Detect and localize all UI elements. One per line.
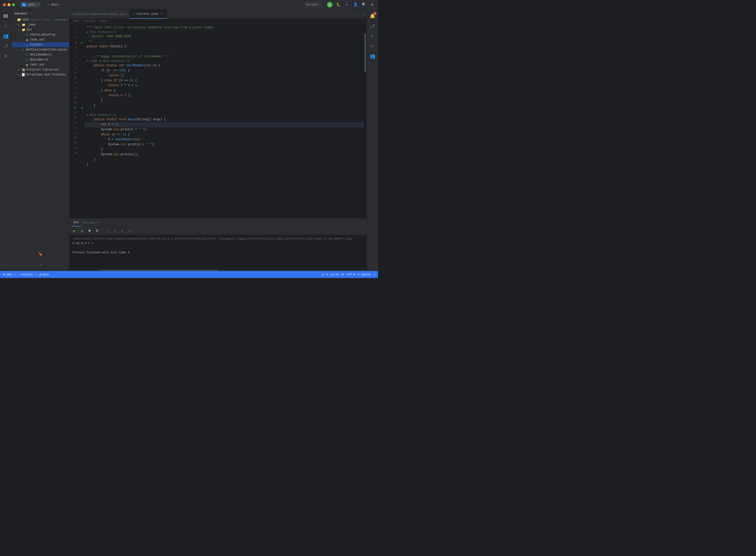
- right-collab-icon[interactable]: 👥: [368, 51, 377, 61]
- status-line-ending[interactable]: LF: [341, 273, 344, 276]
- editor-scrollbar[interactable]: [364, 23, 367, 218]
- code-text: (String[] args) {: [135, 117, 166, 122]
- tree-item-lab1[interactable]: ▾ 📁 lab1 sources root, ~/Desktop/CS61B/l…: [11, 17, 69, 22]
- terminal-down-button[interactable]: ↓: [112, 228, 118, 234]
- terminal-stop-button[interactable]: ■: [87, 228, 93, 234]
- breadcrumb-item[interactable]: main: [100, 20, 106, 23]
- run-config-chevron-icon: ▾: [320, 3, 322, 6]
- right-git-icon[interactable]: ⎇: [368, 22, 377, 31]
- status-encoding[interactable]: UTF-8: [347, 273, 355, 276]
- tree-item-out[interactable]: ▾ 📁 out: [11, 27, 69, 32]
- tree-item-hellonumbers[interactable]: ⬡ HelloNumbers: [11, 52, 69, 57]
- more-run-options[interactable]: ⋯: [344, 2, 349, 7]
- tree-item-code-iml[interactable]: ▣ Code.iml: [11, 37, 69, 42]
- terminal-rerun-button[interactable]: ↺: [79, 228, 85, 234]
- terminal-more-icon[interactable]: ⋮: [358, 221, 361, 224]
- status-share-icon[interactable]: ⬆: [373, 273, 375, 276]
- gutter-run-4[interactable]: ▶: [79, 40, 84, 45]
- settings-button[interactable]: ⚙: [370, 2, 375, 7]
- code-text: 1: [135, 83, 137, 88]
- tree-item-collatz[interactable]: ⬡ Collatz: [11, 42, 69, 47]
- iml-file-icon: ▣: [25, 38, 29, 42]
- tab-collatz[interactable]: ⬡ Collatz.java ×: [130, 9, 167, 19]
- terminal-sidebar-icon[interactable]: ▭: [36, 260, 45, 269]
- code-text: }: [87, 162, 88, 167]
- debug-button[interactable]: 🐛: [336, 2, 341, 7]
- close-button[interactable]: [3, 3, 6, 6]
- minimize-button[interactable]: [7, 3, 10, 6]
- gutter-line-18: [79, 110, 84, 115]
- right-ai-icon[interactable]: ✦: [368, 32, 377, 40]
- code-text: 2: [128, 93, 130, 98]
- branch-chevron-icon: ▾: [60, 3, 62, 6]
- status-project[interactable]: ⚑ lab1: [3, 273, 12, 276]
- breadcrumb-item[interactable]: Collatz: [84, 20, 95, 23]
- terminal-tab-run[interactable]: Run: [71, 219, 81, 227]
- sidebar-item-collab[interactable]: 👥: [1, 32, 10, 40]
- project-selector[interactable]: L lab1 ▾: [20, 2, 40, 7]
- status-kotlin-icon[interactable]: K: [326, 273, 328, 276]
- tree-item-scratches[interactable]: ▶ 📝 Scratches and Consoles: [11, 72, 69, 77]
- gutter-line-5: [79, 45, 84, 50]
- tab-close-button[interactable]: ×: [160, 12, 164, 16]
- terminal-scrollbar[interactable]: [69, 270, 367, 271]
- tab-getenvironmentvariables[interactable]: ⬡ GetEnvironmentVariables.java: [69, 9, 130, 19]
- tree-item-getenvironmentvariables[interactable]: ⬡ GetEnvironmentVariables: [11, 47, 69, 52]
- terminal-tab-close-icon[interactable]: ×: [97, 221, 99, 224]
- account-button[interactable]: 👤: [352, 2, 358, 7]
- sidebar-item-project[interactable]: [1, 11, 10, 21]
- line-num-4: 4: [69, 40, 79, 45]
- terminal-tab-collatz[interactable]: Collatz ×: [81, 219, 101, 227]
- line-num-22: 22: [69, 130, 79, 135]
- sidebar-item-merge[interactable]: ⎇: [1, 41, 10, 50]
- status-line-col[interactable]: 18:19: [330, 273, 339, 276]
- terminal-scroll-end-button[interactable]: ⤓: [119, 228, 125, 234]
- terminal-command-line: /Users/eve/Library/Java/JavaVirtualMachi…: [72, 237, 364, 241]
- spacer: [21, 58, 24, 62]
- sidebar-item-vcs[interactable]: [1, 22, 10, 31]
- tree-item-lab1-iml[interactable]: ▣ lab1.iml: [11, 62, 69, 67]
- run-config-name: Collatz: [306, 3, 318, 6]
- branch-name: main: [51, 3, 59, 6]
- status-settings-icon[interactable]: ⚙: [322, 273, 324, 276]
- maximize-button[interactable]: [12, 3, 15, 6]
- code-text: (n ==: [106, 68, 119, 73]
- code-text: [87, 83, 108, 88]
- tree-arrow-icon: ▶: [17, 68, 21, 71]
- code-line-5: [84, 49, 364, 54]
- branch-selector[interactable]: ⎇ main ▾: [44, 2, 64, 7]
- run-config-selector[interactable]: Collatz ▾: [304, 2, 324, 7]
- status-separator2: ›: [35, 273, 36, 276]
- code-content: /** Class that prints the Collatz sequen…: [84, 23, 364, 218]
- gutter-run-17[interactable]: ▶: [79, 105, 84, 110]
- terminal-pause-button[interactable]: ⏸: [94, 228, 100, 234]
- tree-item-idea[interactable]: ▶ 📁 .idea: [11, 22, 69, 27]
- tabs-more-button[interactable]: ⋮: [354, 12, 363, 17]
- right-copilot-icon[interactable]: ◎: [368, 41, 377, 50]
- code-line-3: */: [84, 39, 364, 44]
- terminal-run-button[interactable]: ▶: [71, 228, 77, 234]
- terminal-minimize-icon[interactable]: —: [363, 221, 365, 224]
- bookmarks-sidebar-icon[interactable]: 🔖: [36, 249, 45, 258]
- tree-item-external-libraries[interactable]: ▶ 📚 External Libraries: [11, 67, 69, 72]
- code-line-7: public static int nextNumber(int n) {: [84, 63, 364, 68]
- code-editor[interactable]: 1 2 3 4 5 6 7 8 9 10 11 12 13 14 15 16 1…: [69, 23, 367, 218]
- tree-item-helloworld[interactable]: ⬡ HelloWorld: [11, 57, 69, 62]
- sidebar-item-more[interactable]: …: [1, 260, 10, 269]
- line-num-23: 23: [69, 135, 79, 140]
- terminal-more-options-button[interactable]: ⋯: [127, 228, 133, 234]
- line-num-7: 7: [69, 55, 79, 60]
- tree-label: lab1: [22, 18, 29, 22]
- search-button[interactable]: 🔍: [361, 2, 367, 7]
- sidebar-item-plugins[interactable]: ⊞: [1, 51, 10, 61]
- gutter-line-14: [79, 90, 84, 95]
- breadcrumb-item[interactable]: lab1: [72, 20, 79, 23]
- status-branch[interactable]: ⎇ main: [38, 273, 49, 276]
- code-text: * n +: [123, 83, 135, 88]
- right-notifications-icon[interactable]: 🔔 !: [368, 11, 377, 21]
- status-indent[interactable]: 4 spaces: [358, 273, 371, 276]
- terminal-up-button[interactable]: ↑: [104, 228, 110, 234]
- tree-item-checklabconfig[interactable]: ⬡ CheckLabConfig: [11, 32, 69, 37]
- run-button[interactable]: ▶: [327, 2, 333, 7]
- status-file[interactable]: ⬡ Collatz: [18, 273, 33, 276]
